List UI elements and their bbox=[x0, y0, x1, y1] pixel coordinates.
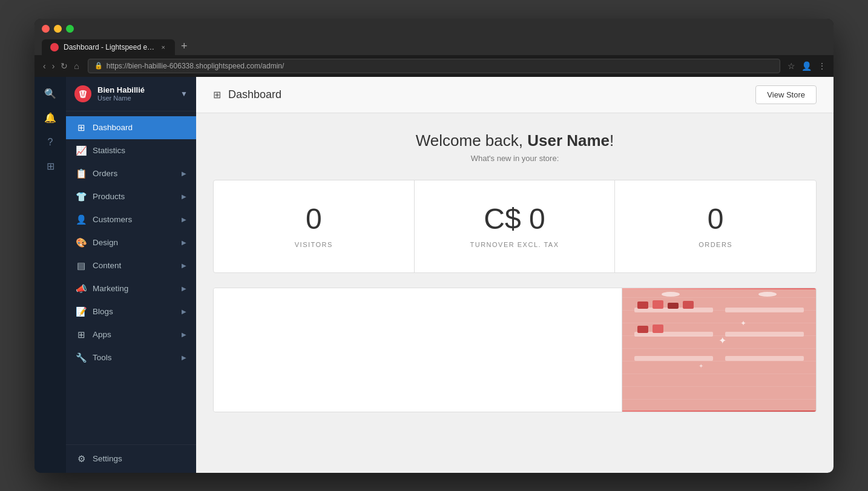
welcome-section: Welcome back, User Name! What's new in y… bbox=[213, 131, 817, 163]
main-content: ⊞ Dashboard View Store Welcome back, Use… bbox=[196, 77, 833, 473]
customers-icon: 👤 bbox=[76, 214, 87, 225]
turnover-label: TURNOVER EXCL. TAX bbox=[470, 241, 559, 248]
svg-rect-6 bbox=[725, 332, 804, 337]
sidebar-item-dashboard[interactable]: ⊞ Dashboard bbox=[66, 116, 196, 139]
svg-rect-4 bbox=[634, 356, 713, 361]
sidebar-item-label-blogs: Blogs bbox=[93, 307, 113, 316]
tab-close-button[interactable]: × bbox=[160, 44, 166, 51]
svg-text:✦: ✦ bbox=[718, 335, 726, 346]
svg-rect-8 bbox=[637, 302, 648, 309]
bookmark-icon[interactable]: ☆ bbox=[787, 61, 795, 71]
sidebar-item-label-marketing: Marketing bbox=[93, 284, 128, 293]
close-traffic-light[interactable] bbox=[42, 25, 50, 33]
minimize-traffic-light[interactable] bbox=[54, 25, 62, 33]
sidebar-item-label-design: Design bbox=[93, 238, 118, 247]
svg-rect-1 bbox=[622, 289, 816, 410]
marketing-icon: 📣 bbox=[76, 283, 87, 294]
blogs-arrow-icon: ▶ bbox=[182, 308, 186, 315]
left-icon-rail: 🔍 🔔 ? ⊞ bbox=[35, 77, 66, 473]
settings-icon: ⚙ bbox=[76, 453, 87, 464]
url-text: https://bien-habillie-606338.shoplightsp… bbox=[107, 62, 284, 70]
visitors-label: VISITORS bbox=[295, 241, 333, 248]
svg-rect-5 bbox=[725, 308, 804, 312]
svg-text:✦: ✦ bbox=[699, 363, 703, 369]
stat-card-orders: 0 ORDERS bbox=[615, 180, 816, 272]
url-bar[interactable]: 🔒 https://bien-habillie-606338.shoplight… bbox=[88, 59, 780, 73]
sidebar-item-settings[interactable]: ⚙ Settings bbox=[66, 444, 196, 473]
store-image-panel: ✦ ✦ ✦ bbox=[622, 288, 816, 412]
orders-value: 0 bbox=[708, 205, 724, 234]
svg-rect-13 bbox=[653, 325, 663, 333]
header-dashboard-icon: ⊞ bbox=[213, 89, 221, 101]
dashboard-body: Welcome back, User Name! What's new in y… bbox=[196, 113, 833, 473]
sidebar-settings-label: Settings bbox=[93, 454, 122, 463]
orders-icon: 📋 bbox=[76, 168, 87, 179]
sidebar-item-blogs[interactable]: 📝 Blogs ▶ bbox=[66, 300, 196, 323]
sidebar-item-content[interactable]: ▤ Content ▶ bbox=[66, 254, 196, 277]
welcome-username: User Name bbox=[527, 131, 610, 150]
main-header: ⊞ Dashboard View Store bbox=[196, 77, 833, 113]
sidebar-item-statistics[interactable]: 📈 Statistics bbox=[66, 139, 196, 162]
statistics-icon: 📈 bbox=[76, 145, 87, 156]
sidebar-item-label-customers: Customers bbox=[93, 215, 132, 224]
menu-icon[interactable]: ⋮ bbox=[818, 61, 826, 71]
sidebar-item-design[interactable]: 🎨 Design ▶ bbox=[66, 231, 196, 254]
orders-label: ORDERS bbox=[699, 241, 732, 248]
page-title: Dashboard bbox=[228, 88, 281, 101]
svg-point-14 bbox=[662, 292, 680, 297]
view-store-button[interactable]: View Store bbox=[755, 85, 817, 104]
customers-arrow-icon: ▶ bbox=[182, 216, 186, 223]
stats-grid: 0 VISITORS C$ 0 TURNOVER EXCL. TAX 0 ORD… bbox=[213, 180, 817, 273]
sidebar-item-marketing[interactable]: 📣 Marketing ▶ bbox=[66, 277, 196, 300]
back-button[interactable]: ‹ bbox=[42, 61, 47, 71]
welcome-prefix: Welcome back, bbox=[416, 131, 527, 150]
rail-bell-icon[interactable]: 🔔 bbox=[39, 107, 61, 129]
rail-help-icon[interactable]: ? bbox=[39, 131, 61, 153]
brand-name: Bien Habillié bbox=[97, 85, 145, 94]
sidebar-item-label-statistics: Statistics bbox=[93, 146, 125, 155]
svg-rect-7 bbox=[725, 356, 804, 361]
new-tab-button[interactable]: + bbox=[176, 38, 192, 55]
apps-arrow-icon: ▶ bbox=[182, 331, 186, 338]
sidebar-item-tools[interactable]: 🔧 Tools ▶ bbox=[66, 346, 196, 369]
marketing-arrow-icon: ▶ bbox=[182, 285, 186, 292]
brand-logo-icon bbox=[74, 85, 91, 102]
sidebar: Bien Habillié User Name ▼ ⊞ Dashboard bbox=[66, 77, 196, 473]
sidebar-item-apps[interactable]: ⊞ Apps ▶ bbox=[66, 323, 196, 346]
sidebar-item-products[interactable]: 👕 Products ▶ bbox=[66, 185, 196, 208]
orders-arrow-icon: ▶ bbox=[182, 170, 186, 177]
lock-icon: 🔒 bbox=[94, 62, 103, 70]
address-actions: ☆ 👤 ⋮ bbox=[787, 61, 826, 71]
visitors-value: 0 bbox=[306, 205, 322, 234]
account-icon[interactable]: 👤 bbox=[801, 61, 812, 71]
store-decorative-svg: ✦ ✦ ✦ bbox=[622, 288, 816, 412]
brand-user: User Name bbox=[97, 94, 145, 102]
address-bar: ‹ › ↻ ⌂ 🔒 https://bien-habillie-606338.s… bbox=[35, 55, 833, 77]
dashboard-icon: ⊞ bbox=[76, 122, 87, 133]
svg-rect-12 bbox=[637, 326, 648, 333]
browser-tab-active[interactable]: Dashboard - Lightspeed eCom × bbox=[42, 39, 175, 55]
welcome-suffix: ! bbox=[610, 131, 614, 150]
brand-dropdown-arrow[interactable]: ▼ bbox=[180, 90, 188, 98]
turnover-value: C$ 0 bbox=[484, 205, 545, 234]
home-button[interactable]: ⌂ bbox=[73, 61, 80, 71]
maximize-traffic-light[interactable] bbox=[66, 25, 74, 33]
bottom-left-panel bbox=[214, 288, 622, 412]
svg-point-15 bbox=[758, 292, 777, 297]
sidebar-item-label-apps: Apps bbox=[93, 330, 111, 339]
rail-grid-icon[interactable]: ⊞ bbox=[39, 156, 61, 177]
sidebar-item-label-dashboard: Dashboard bbox=[93, 123, 133, 132]
rail-search-icon[interactable]: 🔍 bbox=[39, 83, 61, 105]
sidebar-item-customers[interactable]: 👤 Customers ▶ bbox=[66, 208, 196, 231]
svg-rect-10 bbox=[668, 303, 679, 309]
svg-rect-3 bbox=[634, 332, 713, 337]
bottom-section: ✦ ✦ ✦ bbox=[213, 288, 817, 412]
forward-button[interactable]: › bbox=[51, 61, 56, 71]
store-image-placeholder: ✦ ✦ ✦ bbox=[622, 288, 816, 412]
stat-card-visitors: 0 VISITORS bbox=[214, 180, 415, 272]
design-arrow-icon: ▶ bbox=[182, 239, 186, 246]
reload-button[interactable]: ↻ bbox=[59, 61, 69, 71]
sidebar-item-orders[interactable]: 📋 Orders ▶ bbox=[66, 162, 196, 185]
apps-icon: ⊞ bbox=[76, 329, 87, 340]
brand-text: Bien Habillié User Name bbox=[97, 85, 145, 102]
